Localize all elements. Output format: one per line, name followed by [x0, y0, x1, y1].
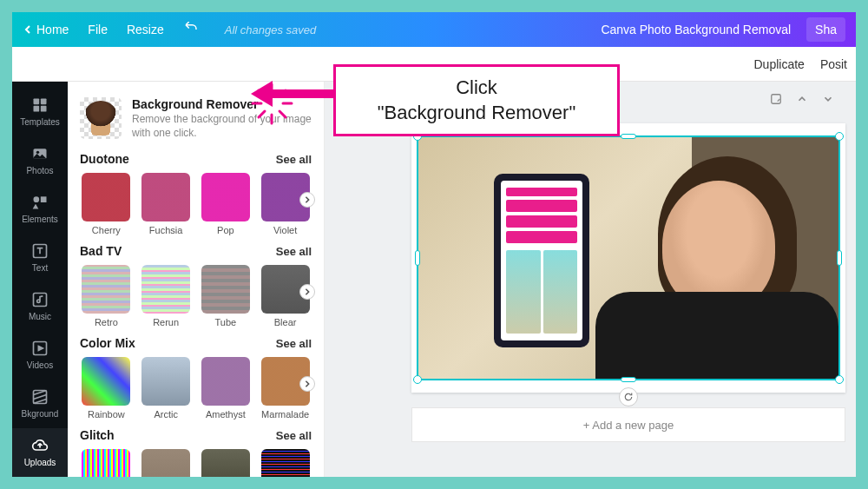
svg-rect-1 — [41, 98, 47, 104]
svg-rect-7 — [41, 196, 47, 202]
rail-background[interactable]: Bkground — [12, 380, 68, 428]
callout-box: Click "Background Remover" — [333, 64, 620, 136]
resize-handle-br[interactable] — [835, 375, 844, 384]
svg-point-6 — [34, 196, 40, 202]
see-all-button[interactable]: See all — [276, 337, 312, 350]
rail-label: Bkground — [22, 409, 59, 419]
callout-line1: Click — [456, 76, 497, 98]
effect-item[interactable] — [80, 449, 133, 477]
effect-item-cherry[interactable]: Cherry — [80, 173, 133, 235]
effect-label: Fuchsia — [149, 225, 183, 235]
photo-content — [418, 137, 838, 379]
page-up-button[interactable] — [793, 90, 811, 108]
selected-image[interactable] — [417, 135, 840, 380]
topbar: Home File Resize All changes saved Canva… — [12, 12, 856, 47]
row-next-button[interactable] — [299, 376, 315, 392]
resize-handle-t[interactable] — [621, 134, 636, 139]
resize-handle-r[interactable] — [837, 250, 842, 266]
home-button[interactable]: Home — [23, 23, 69, 36]
effect-item[interactable] — [200, 449, 253, 477]
resize-handle-l[interactable] — [415, 250, 420, 266]
rail-text[interactable]: Text — [12, 233, 68, 281]
effect-header: Duotone See all — [80, 152, 312, 166]
effect-item-amethyst[interactable]: Amethyst — [200, 357, 253, 420]
rail-music[interactable]: Music — [12, 282, 68, 331]
resize-handle-b[interactable] — [621, 377, 636, 382]
main-area: Templates Photos Elements Text Music Vid… — [12, 82, 856, 477]
duplicate-button[interactable]: Duplicate — [754, 57, 805, 71]
canvas-area[interactable]: + Add a new page — [325, 82, 856, 477]
rail-photos[interactable]: Photos — [12, 135, 68, 184]
effect-item-fuchsia[interactable]: Fuchsia — [140, 173, 193, 235]
see-all-button[interactable]: See all — [276, 429, 312, 442]
see-all-button[interactable]: See all — [276, 245, 312, 258]
effect-label: Rerun — [153, 317, 179, 327]
text-icon — [31, 242, 49, 260]
effect-section-colormix: Color Mix See all Rainbow Arctic Amethys… — [80, 336, 312, 420]
effect-thumb — [82, 449, 130, 477]
effect-label: Blear — [274, 317, 297, 327]
effect-thumb — [82, 265, 130, 314]
effect-thumb — [201, 449, 250, 477]
add-page-button[interactable]: + Add a new page — [411, 407, 845, 442]
row-next-button[interactable] — [299, 284, 315, 300]
effect-section-badtv: Bad TV See all Retro Rerun Tube Blear — [80, 244, 312, 327]
undo-icon — [183, 22, 199, 37]
file-menu[interactable]: File — [88, 23, 108, 36]
elements-icon — [31, 194, 49, 211]
chevron-left-icon — [23, 24, 33, 35]
document-title[interactable]: Canva Photo Background Removal — [601, 23, 791, 36]
callout-text: Click "Background Remover" — [352, 76, 602, 125]
svg-rect-2 — [34, 105, 40, 111]
effect-row — [80, 449, 312, 477]
undo-button[interactable] — [183, 22, 199, 37]
resize-menu[interactable]: Resize — [127, 23, 164, 36]
effect-item-arctic[interactable]: Arctic — [140, 357, 193, 420]
effects-panel: Background Remover Remove the background… — [68, 82, 325, 477]
position-button[interactable]: Posit — [820, 57, 847, 71]
see-all-button[interactable]: See all — [276, 153, 312, 166]
rail-videos[interactable]: Videos — [12, 331, 68, 380]
rail-templates[interactable]: Templates — [12, 87, 68, 135]
topbar-right: Canva Photo Background Removal Sha — [601, 17, 845, 42]
effect-label: Arctic — [154, 409, 178, 420]
effect-section-duotone: Duotone See all Cherry Fuchsia Pop Viole… — [80, 152, 312, 235]
effect-thumb — [201, 173, 250, 221]
effect-label: Rainbow — [88, 409, 125, 420]
share-button[interactable]: Sha — [806, 17, 845, 42]
photos-icon — [31, 145, 49, 162]
effect-label: Marmalade — [261, 409, 309, 420]
rail-label: Videos — [27, 360, 53, 370]
rotate-handle[interactable] — [619, 387, 638, 406]
music-icon — [31, 291, 49, 308]
effect-section-title: Color Mix — [80, 336, 135, 350]
effect-item[interactable] — [259, 449, 312, 477]
effect-section-title: Bad TV — [80, 244, 122, 258]
callout-line2: "Background Remover" — [378, 102, 575, 123]
effect-item-rerun[interactable]: Rerun — [140, 265, 193, 327]
effect-header: Glitch See all — [80, 428, 312, 442]
rotate-icon — [623, 392, 634, 402]
effect-item-rainbow[interactable]: Rainbow — [80, 357, 133, 420]
rail-elements[interactable]: Elements — [12, 184, 68, 233]
svg-rect-0 — [34, 98, 40, 104]
rail-label: Templates — [20, 117, 60, 127]
left-rail: Templates Photos Elements Text Music Vid… — [12, 82, 68, 477]
effect-item-pop[interactable]: Pop — [200, 173, 253, 235]
row-next-button[interactable] — [299, 192, 315, 208]
effect-item-retro[interactable]: Retro — [80, 265, 133, 327]
rail-uploads[interactable]: Uploads — [12, 428, 68, 477]
design-page[interactable] — [411, 123, 845, 393]
effect-thumb — [141, 357, 190, 406]
resize-handle-bl[interactable] — [413, 375, 422, 384]
effect-section-glitch: Glitch See all — [80, 428, 312, 477]
svg-point-5 — [36, 150, 39, 153]
page-down-button[interactable] — [819, 90, 837, 108]
effect-item[interactable] — [140, 449, 193, 477]
effect-section-title: Duotone — [80, 152, 129, 166]
resize-handle-tr[interactable] — [835, 132, 844, 141]
rail-label: Text — [32, 263, 48, 273]
effect-item-tube[interactable]: Tube — [200, 265, 253, 327]
notes-button[interactable] — [767, 90, 785, 108]
effect-label: Amethyst — [206, 409, 246, 420]
